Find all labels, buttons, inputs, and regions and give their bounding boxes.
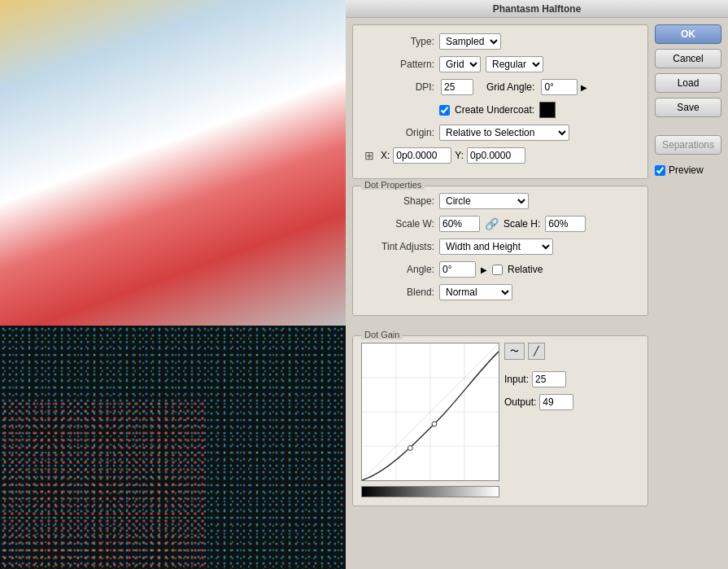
scale-w-spin (439, 216, 480, 232)
gradient-bar (361, 486, 499, 497)
halftone-dots (0, 326, 346, 569)
x-input[interactable] (393, 147, 451, 164)
pattern-select[interactable]: Grid (439, 56, 481, 72)
grid-angle-label: Grid Angle: (486, 81, 534, 93)
title-bar: Phantasm Halftone (346, 0, 728, 18)
tint-row: Tint Adjusts: Width and Height (361, 239, 639, 255)
pattern-style-select[interactable]: Regular (486, 56, 543, 72)
preview-label: Preview (669, 164, 704, 176)
pattern-label: Pattern: (361, 59, 434, 70)
svg-point-13 (432, 422, 437, 427)
canvas-bottom-halftone (0, 326, 346, 569)
dialog-body: Type: Sampled Pattern: Grid Regular (346, 18, 728, 518)
undercoat-color-swatch[interactable] (539, 102, 556, 118)
dot-properties-title: Dot Properties (361, 180, 425, 190)
blend-row: Blend: Normal (361, 284, 639, 300)
input-row: Input: (504, 371, 573, 387)
angle-row: ▶ (541, 79, 587, 95)
y-spin (467, 147, 525, 164)
scale-w-input[interactable] (439, 216, 480, 232)
pattern-row: Pattern: Grid Regular (361, 56, 639, 72)
svg-rect-5 (0, 326, 346, 569)
type-row: Type: Sampled (361, 33, 639, 50)
link-icon: 🔗 (485, 217, 499, 230)
x-spin (393, 147, 451, 164)
preview-row: Preview (655, 164, 721, 176)
svg-point-14 (408, 446, 412, 451)
cancel-button[interactable]: Cancel (655, 49, 721, 68)
scale-h-label: Scale H: (503, 218, 540, 230)
origin-label: Origin: (361, 127, 434, 138)
output-label: Output: (504, 396, 536, 408)
dot-angle-arrow: ▶ (481, 265, 487, 274)
scale-h-spin (545, 216, 586, 232)
blend-label: Blend: (361, 287, 434, 298)
dot-angle-row: Angle: ▶ Relative (361, 261, 639, 278)
dot-angle-label: Angle: (361, 264, 434, 275)
dpi-input[interactable] (441, 79, 473, 95)
type-label: Type: (361, 36, 434, 47)
curve-canvas-wrapper: 〜 ╱ Input: Output: (361, 343, 639, 481)
ok-button[interactable]: OK (655, 24, 721, 44)
output-row: Output: (504, 394, 573, 410)
save-button[interactable]: Save (655, 98, 721, 117)
curve-svg (362, 344, 499, 480)
output-value[interactable] (539, 394, 573, 410)
canvas-area (0, 0, 346, 569)
dot-angle-input[interactable] (439, 261, 476, 278)
origin-select[interactable]: Relative to Selection (439, 125, 569, 141)
origin-row: Origin: Relative to Selection (361, 125, 639, 141)
separations-button[interactable]: Separations (655, 135, 721, 155)
canvas-top-image (0, 0, 346, 326)
xy-row: ⊞ X: Y: (361, 147, 639, 164)
x-label: X: (381, 150, 390, 161)
scale-row: Scale W: 🔗 Scale H: (361, 216, 639, 232)
blend-select[interactable]: Normal (439, 284, 512, 300)
shape-label: Shape: (361, 195, 434, 207)
gain-buttons: 〜 ╱ (504, 343, 573, 360)
scale-w-label: Scale W: (361, 218, 434, 230)
relative-label: Relative (508, 264, 543, 275)
button-panel: OK Cancel Load Save Separations Preview (655, 24, 721, 511)
gradient-bar-row (361, 486, 639, 497)
curve-area[interactable] (361, 343, 499, 481)
y-input[interactable] (467, 147, 525, 164)
full-dialog: Phantasm Halftone Type: Sampled (346, 0, 728, 569)
dot-properties-group: Dot Properties Shape: Circle Scale W: (352, 186, 648, 316)
tint-label: Tint Adjusts: (361, 241, 434, 252)
load-button[interactable]: Load (655, 73, 721, 93)
curve-linear-btn[interactable]: ╱ (528, 343, 545, 360)
dot-gain-title: Dot Gain (361, 330, 403, 339)
relative-checkbox[interactable] (492, 265, 503, 275)
shape-select[interactable]: Circle (439, 193, 529, 209)
grid-ref-icon: ⊞ (361, 147, 377, 164)
undercoat-checkbox[interactable] (439, 105, 450, 116)
dpi-label: DPI: (361, 81, 434, 93)
dpi-row: DPI: Grid Angle: ▶ (361, 79, 639, 95)
y-label: Y: (455, 150, 464, 161)
shape-row: Shape: Circle (361, 193, 639, 209)
scale-h-input[interactable] (545, 216, 586, 232)
type-select[interactable]: Sampled (439, 33, 501, 50)
preview-checkbox[interactable] (655, 165, 665, 176)
grid-angle-input[interactable] (541, 79, 578, 95)
tint-select[interactable]: Width and Height (439, 239, 553, 255)
angle-arrow: ▶ (581, 83, 587, 92)
dot-gain-group: Dot Gain (352, 335, 648, 506)
undercoat-label: Create Undercoat: (455, 104, 534, 116)
dialog-title: Phantasm Halftone (493, 3, 582, 15)
curve-smooth-btn[interactable]: 〜 (504, 343, 525, 360)
gain-right-controls: 〜 ╱ Input: Output: (504, 343, 573, 481)
undercoat-row: Create Undercoat: (361, 102, 639, 118)
main-form-panel: Type: Sampled Pattern: Grid Regular (352, 24, 648, 179)
input-label: Input: (504, 374, 529, 385)
dialog-wrapper: Phantasm Halftone Type: Sampled (346, 0, 728, 569)
input-value[interactable] (532, 371, 566, 387)
